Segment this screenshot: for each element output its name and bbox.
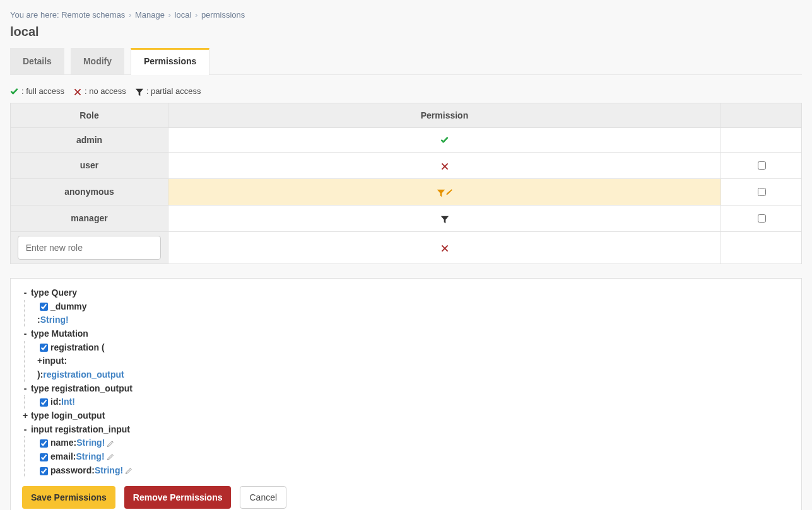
filter-icon <box>135 86 144 96</box>
tree-toggle[interactable]: - <box>22 382 28 396</box>
page-title: local <box>10 25 802 39</box>
tab-details[interactable]: Details <box>10 48 64 74</box>
breadcrumb-prefix: You are here: <box>10 10 59 20</box>
field-checkbox[interactable] <box>40 439 48 448</box>
table-row: manager <box>11 205 802 231</box>
pencil-icon <box>445 187 453 197</box>
tab-modify[interactable]: Modify <box>71 48 124 74</box>
permissions-table: Role Permission admin user anonymous man… <box>10 103 802 264</box>
edit-preset-icon[interactable] <box>105 438 114 448</box>
role-admin: admin <box>11 127 168 152</box>
role-user: user <box>11 152 168 178</box>
tree-field: name:String! <box>37 436 790 450</box>
cross-icon <box>73 86 82 96</box>
table-row: admin <box>11 127 802 152</box>
crumb-permissions: permissions <box>201 10 245 20</box>
field-checkbox[interactable] <box>40 398 48 407</box>
edit-preset-icon[interactable] <box>123 465 132 475</box>
crumb-remote-schemas[interactable]: Remote schemas <box>61 10 125 20</box>
tree-toggle[interactable]: - <box>22 423 28 437</box>
tree-field: ):registration_output <box>37 368 790 382</box>
perm-anonymous[interactable] <box>168 178 721 205</box>
filter-icon <box>437 187 445 197</box>
tree-toggle[interactable]: + <box>22 409 28 423</box>
col-permission: Permission <box>168 103 721 127</box>
tree-node: - input registration_input <box>22 423 790 437</box>
edit-preset-icon[interactable] <box>105 451 114 461</box>
check-icon <box>440 135 449 145</box>
filter-icon <box>440 213 449 223</box>
role-anonymous: anonymous <box>11 178 168 205</box>
tab-permissions[interactable]: Permissions <box>131 48 209 75</box>
save-permissions-button[interactable]: Save Permissions <box>22 486 115 509</box>
tree-field: email:String! <box>37 450 790 464</box>
tree-field: +input: <box>37 354 790 368</box>
check-icon <box>10 86 19 96</box>
cancel-button[interactable]: Cancel <box>240 486 286 509</box>
tree-field: password:String! <box>37 464 790 478</box>
row-checkbox-user[interactable] <box>758 161 766 170</box>
tree-toggle[interactable]: - <box>22 327 28 341</box>
field-checkbox[interactable] <box>40 303 48 311</box>
new-role-input[interactable] <box>18 236 162 260</box>
perm-user[interactable] <box>168 152 721 178</box>
tree-node: - type Query <box>22 286 790 300</box>
col-select <box>721 103 802 127</box>
crumb-local[interactable]: local <box>175 10 192 20</box>
row-checkbox-manager[interactable] <box>758 214 766 223</box>
tree-field: _dummy <box>37 300 790 314</box>
field-checkbox[interactable] <box>40 344 48 352</box>
col-role: Role <box>11 103 168 127</box>
tree-field: registration ( <box>37 341 790 355</box>
tabs: Details Modify Permissions <box>10 48 802 75</box>
table-row: anonymous <box>11 178 802 205</box>
tree-toggle[interactable]: - <box>22 286 28 300</box>
cross-icon <box>440 160 449 170</box>
tree-node: + type login_output <box>22 409 790 423</box>
breadcrumb: You are here: Remote schemas › Manage › … <box>10 10 802 20</box>
crumb-manage[interactable]: Manage <box>135 10 165 20</box>
tree-node: - type Mutation <box>22 327 790 341</box>
remove-permissions-button[interactable]: Remove Permissions <box>124 486 232 509</box>
tree-field: id:Int! <box>37 395 790 409</box>
role-manager: manager <box>11 205 168 231</box>
table-row <box>11 231 802 264</box>
tree-field: :String! <box>37 313 790 327</box>
row-checkbox-anonymous[interactable] <box>758 188 766 196</box>
legend: : full access : no access : partial acce… <box>10 86 802 96</box>
table-row: user <box>11 152 802 178</box>
perm-new[interactable] <box>168 231 721 264</box>
field-checkbox[interactable] <box>40 453 48 461</box>
tree-node: - type registration_output <box>22 382 790 396</box>
field-checkbox[interactable] <box>40 467 48 475</box>
perm-admin[interactable] <box>168 127 721 152</box>
cross-icon <box>440 243 449 253</box>
perm-manager[interactable] <box>168 205 721 231</box>
schema-permissions-panel: - type Query_dummy:String!- type Mutatio… <box>10 278 802 510</box>
